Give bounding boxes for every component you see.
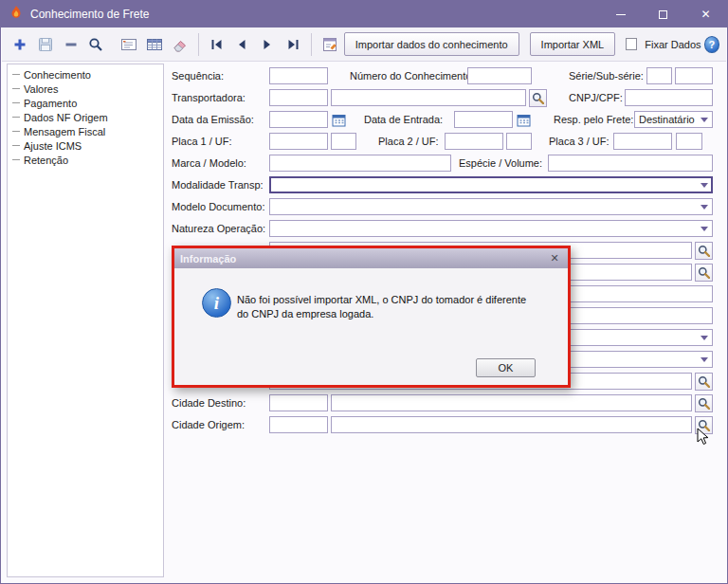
- window-controls: ✕: [599, 1, 727, 27]
- select-modalidade-transp[interactable]: [269, 176, 713, 193]
- plus-icon: [11, 36, 28, 53]
- label-data-emissao: Data da Emissão:: [172, 111, 254, 128]
- chevron-down-icon: [701, 336, 708, 340]
- input-cnpj-cpf[interactable]: [625, 89, 713, 106]
- maximize-button[interactable]: [642, 1, 684, 27]
- lookup-button[interactable]: [695, 242, 713, 260]
- prev-record-icon: [233, 36, 250, 53]
- lookup-transportadora-button[interactable]: [529, 89, 547, 107]
- magnifier-icon: [698, 375, 710, 388]
- select-modelo-documento[interactable]: [269, 198, 713, 215]
- nav-first-button[interactable]: [206, 32, 228, 57]
- add-button[interactable]: [9, 32, 31, 57]
- calendar-icon: [517, 113, 531, 127]
- minimize-icon: [616, 14, 626, 15]
- magnifier-icon: [698, 397, 710, 410]
- record-card-icon: [120, 36, 137, 53]
- dialog-title: Informação: [180, 253, 236, 265]
- fixar-dados-checkbox[interactable]: [626, 38, 637, 50]
- input-transportadora-codigo[interactable]: [269, 89, 328, 106]
- label-resp-frete: Resp. pelo Frete:: [554, 111, 633, 128]
- chevron-down-icon: [701, 118, 708, 122]
- select-natureza-operacao[interactable]: [269, 220, 713, 237]
- input-cidade-destino-codigo[interactable]: [269, 394, 328, 411]
- ok-button[interactable]: OK: [476, 358, 536, 377]
- toolbar-separator: [311, 33, 312, 56]
- calendar-data-entrada-button[interactable]: [516, 112, 531, 127]
- import-xml-button[interactable]: Importar XML: [530, 32, 616, 56]
- magnifier-icon: [698, 266, 710, 279]
- input-data-entrada[interactable]: [454, 111, 513, 128]
- minus-icon: [63, 36, 80, 53]
- chevron-down-icon: [701, 357, 708, 362]
- lookup-cidade-origem-button[interactable]: [695, 416, 713, 434]
- grid-button[interactable]: [143, 32, 166, 57]
- last-record-icon: [284, 36, 301, 53]
- save-button[interactable]: [34, 32, 57, 57]
- maximize-icon: [659, 10, 667, 19]
- lookup-button[interactable]: [695, 264, 713, 282]
- label-placa3: Placa 3 / UF:: [549, 133, 610, 150]
- label-marca-modelo: Marca / Modelo:: [172, 155, 246, 172]
- label-natureza-operacao: Natureza Operação:: [172, 220, 265, 237]
- lookup-button[interactable]: [695, 373, 713, 391]
- chevron-down-icon: [701, 205, 708, 210]
- clear-button[interactable]: [169, 32, 191, 57]
- label-data-entrada: Data de Entrada:: [364, 111, 443, 128]
- import-data-button[interactable]: Importar dados do conhecimento: [344, 32, 519, 56]
- search-icon: [87, 36, 104, 53]
- remove-button[interactable]: [60, 32, 82, 57]
- input-uf3[interactable]: [676, 133, 702, 150]
- dialog-body: i Não foi possível importar XML, o CNPJ …: [174, 268, 568, 385]
- input-cidade-destino-nome[interactable]: [331, 394, 692, 411]
- locate-record-button[interactable]: [118, 32, 140, 57]
- input-uf2[interactable]: [506, 133, 532, 150]
- close-button[interactable]: ✕: [684, 1, 727, 27]
- dialog-message: Não foi possível importar XML, o CNPJ do…: [237, 293, 526, 321]
- input-data-emissao[interactable]: [269, 111, 328, 128]
- input-placa1[interactable]: [269, 133, 328, 150]
- nav-last-button[interactable]: [282, 32, 304, 57]
- toolbar: Importar dados do conhecimento Importar …: [2, 27, 726, 62]
- label-transportadora: Transportadora:: [172, 89, 246, 106]
- input-serie[interactable]: [646, 67, 672, 84]
- first-record-icon: [209, 36, 226, 53]
- magnifier-icon: [532, 92, 544, 104]
- lookup-cidade-destino-button[interactable]: [695, 394, 713, 412]
- import-wizard-button[interactable]: [318, 32, 341, 57]
- select-resp-frete[interactable]: Destinatário: [634, 111, 713, 128]
- input-sequencia[interactable]: [269, 67, 328, 84]
- input-placa2[interactable]: [445, 133, 503, 150]
- label-placa2: Placa 2 / UF:: [378, 133, 439, 150]
- dialog-close-button[interactable]: ✕: [547, 252, 562, 265]
- label-sequencia: Sequência:: [172, 67, 224, 84]
- app-icon: [9, 5, 24, 24]
- save-icon: [37, 36, 54, 53]
- input-especie-volume[interactable]: [548, 155, 713, 172]
- dialog-titlebar: Informação ✕: [174, 248, 568, 268]
- chevron-down-icon: [701, 227, 708, 231]
- input-numero-conhecimento[interactable]: [467, 67, 532, 84]
- table-icon: [146, 36, 163, 53]
- label-modalidade: Modalidade Transp:: [172, 176, 264, 193]
- minimize-button[interactable]: [599, 1, 642, 27]
- input-marca-modelo[interactable]: [269, 155, 451, 172]
- nav-next-button[interactable]: [256, 32, 279, 57]
- window-title: Conhecimento de Frete: [30, 8, 149, 21]
- input-cidade-origem-nome[interactable]: [331, 416, 692, 433]
- next-record-icon: [259, 36, 276, 53]
- eraser-icon: [172, 36, 189, 53]
- input-transportadora-nome[interactable]: [331, 89, 526, 106]
- input-placa3[interactable]: [613, 133, 672, 150]
- titlebar: Conhecimento de Frete ✕: [1, 1, 727, 27]
- label-placa1: Placa 1 / UF:: [172, 133, 232, 150]
- input-cidade-origem-codigo[interactable]: [269, 416, 328, 433]
- search-button[interactable]: [84, 32, 107, 57]
- label-cidade-origem: Cidade Origem:: [172, 416, 245, 433]
- input-uf1[interactable]: [331, 133, 356, 150]
- input-subserie[interactable]: [675, 67, 713, 84]
- info-dialog: Informação ✕ i Não foi possível importar…: [172, 246, 571, 388]
- nav-prev-button[interactable]: [231, 32, 254, 57]
- help-button[interactable]: ?: [704, 36, 720, 53]
- calendar-data-emissao-button[interactable]: [331, 112, 346, 127]
